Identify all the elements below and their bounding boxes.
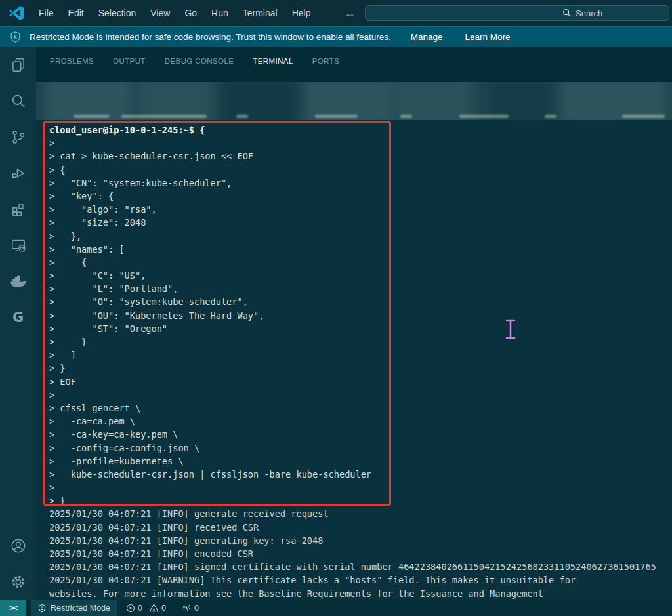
terminal-command-lines: >> cat > kube-scheduler-csr.json << EOF>… <box>49 136 656 507</box>
vscode-logo-icon <box>8 5 25 22</box>
ports-count: 0 <box>194 604 199 613</box>
g-extension-icon[interactable]: G <box>0 299 36 335</box>
terminal-line: > "O": "system:kube-scheduler", <box>49 295 656 308</box>
terminal-line: > "C": "US", <box>49 269 656 282</box>
radio-tower-icon <box>182 603 192 613</box>
warning-icon <box>149 603 159 613</box>
menu-item[interactable]: Selection <box>91 5 144 21</box>
terminal-line: > -ca-key=ca-key.pem \ <box>49 428 656 441</box>
terminal-line: > "algo": "rsa", <box>49 203 656 216</box>
accounts-icon[interactable] <box>0 527 36 564</box>
terminal-line: > { <box>49 256 656 269</box>
panel-tab[interactable]: PORTS <box>312 53 340 70</box>
panel-tab[interactable]: PROBLEMS <box>49 53 94 70</box>
terminal-line: > } <box>49 335 656 348</box>
settings-gear-icon[interactable] <box>0 564 36 600</box>
menu-item[interactable]: File <box>32 5 61 21</box>
terminal-prompt-line: cloud_user@ip-10-0-1-245:~$ { <box>49 123 656 136</box>
terminal-line: > "names": [ <box>49 243 656 256</box>
terminal-log-line: websites. For more information see the B… <box>49 587 656 600</box>
shield-status-icon <box>37 604 47 613</box>
status-bar: >< Restricted Mode 0 0 <box>0 600 672 616</box>
learn-more-link[interactable]: Learn More <box>465 32 511 42</box>
terminal-log-line: 2025/01/30 04:07:21 [INFO] generate rece… <box>49 507 656 520</box>
warning-count: 0 <box>161 604 166 613</box>
back-arrow-icon[interactable]: ← <box>344 7 356 19</box>
terminal-panel[interactable]: cloud_user@ip-10-0-1-245:~$ { >> cat > k… <box>36 120 672 600</box>
terminal-log-line: 2025/01/30 04:07:21 [INFO] encoded CSR <box>49 547 656 560</box>
terminal-line: > { <box>49 163 656 176</box>
blurred-terminal-region <box>36 82 672 120</box>
restricted-mode-label: Restricted Mode <box>51 604 110 613</box>
vscode-window: FileEditSelectionViewGoRunTerminalHelp ←… <box>0 0 672 616</box>
command-center-search[interactable]: Search <box>365 5 669 21</box>
menu-item[interactable]: Run <box>204 5 236 21</box>
explorer-icon[interactable] <box>0 47 36 83</box>
terminal-line: > } <box>49 361 656 375</box>
terminal-log-line: 2025/01/30 04:07:21 [INFO] signed certif… <box>49 560 656 573</box>
source-control-icon[interactable] <box>0 119 36 155</box>
menu-bar: FileEditSelectionViewGoRunTerminalHelp <box>32 5 318 21</box>
terminal-line: > -config=ca-config.json \ <box>49 441 656 455</box>
terminal-line: > "OU": "Kubernetes The Hard Way", <box>49 309 656 322</box>
menu-item[interactable]: Terminal <box>236 5 285 21</box>
terminal-log-lines: 2025/01/30 04:07:21 [INFO] generate rece… <box>49 507 656 600</box>
terminal-line: > EOF <box>49 375 656 388</box>
terminal-line: > "CN": "system:kube-scheduler", <box>49 176 656 190</box>
terminal-line: > "size": 2048 <box>49 216 656 229</box>
manage-link[interactable]: Manage <box>411 32 443 42</box>
terminal-line: > -ca=ca.pem \ <box>49 415 656 428</box>
search-label: Search <box>576 9 602 18</box>
terminal-log-line: 2025/01/30 04:07:21 [INFO] generating ke… <box>49 534 656 547</box>
search-sidebar-icon[interactable] <box>0 83 36 119</box>
terminal-output: cloud_user@ip-10-0-1-245:~$ { >> cat > k… <box>49 123 656 600</box>
terminal-log-line: 2025/01/30 04:07:21 [INFO] received CSR <box>49 521 656 534</box>
remote-indicator[interactable]: >< <box>0 600 26 616</box>
terminal-line: > kube-scheduler-csr.json | cfssljson -b… <box>49 468 656 481</box>
search-icon <box>562 9 572 18</box>
terminal-line: > cat > kube-scheduler-csr.json << EOF <box>49 150 656 163</box>
remote-indicator-icon: >< <box>9 604 17 613</box>
activity-bar: G <box>0 47 36 600</box>
terminal-log-line: 2025/01/30 04:07:21 [WARNING] This certi… <box>49 573 656 586</box>
docker-icon[interactable] <box>0 263 36 299</box>
shield-icon <box>9 31 22 43</box>
restricted-mode-status[interactable]: Restricted Mode <box>31 600 117 616</box>
terminal-line: > ] <box>49 348 656 361</box>
terminal-line: > } <box>49 494 656 507</box>
terminal-line: > cfssl gencert \ <box>49 401 656 415</box>
menu-item[interactable]: Edit <box>61 5 91 21</box>
panel-tab[interactable]: DEBUG CONSOLE <box>164 53 235 70</box>
restricted-mode-banner: Restricted Mode is intended for safe cod… <box>0 26 672 47</box>
extensions-icon[interactable] <box>0 191 36 227</box>
terminal-line: > "key": { <box>49 190 656 203</box>
terminal-line: > "ST": "Oregon" <box>49 322 656 335</box>
panel-tab[interactable]: TERMINAL <box>252 53 293 70</box>
error-count: 0 <box>138 604 142 613</box>
menu-item[interactable]: View <box>143 5 177 21</box>
run-and-debug-icon[interactable] <box>0 155 36 191</box>
menu-item[interactable]: Go <box>177 5 204 21</box>
title-bar: FileEditSelectionViewGoRunTerminalHelp ←… <box>0 0 672 26</box>
terminal-line: > }, <box>49 230 656 243</box>
banner-message: Restricted Mode is intended for safe cod… <box>30 32 391 42</box>
panel-tab[interactable]: OUTPUT <box>112 53 146 70</box>
terminal-line: > <box>49 136 656 150</box>
menu-item[interactable]: Help <box>285 5 318 21</box>
terminal-line: > <box>49 481 656 494</box>
terminal-line: > <box>49 388 656 401</box>
problems-status[interactable]: 0 0 <box>119 600 173 616</box>
terminal-line: > -profile=kubernetes \ <box>49 455 656 468</box>
ports-status[interactable]: 0 <box>175 600 205 616</box>
remote-explorer-icon[interactable] <box>0 227 36 263</box>
panel-tabs: PROBLEMSOUTPUTDEBUG CONSOLETERMINALPORTS <box>49 53 340 70</box>
panel-header: PROBLEMSOUTPUTDEBUG CONSOLETERMINALPORTS <box>36 47 672 82</box>
terminal-line: > "L": "Portland", <box>49 282 656 295</box>
error-icon <box>126 604 135 613</box>
